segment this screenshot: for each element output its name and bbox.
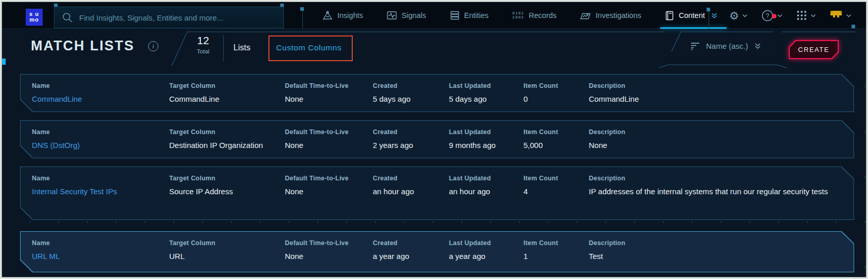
notification-dot [772, 14, 776, 18]
item-count-value: 1 [523, 251, 581, 261]
apps-grid-icon [796, 10, 807, 21]
nav-item-signals[interactable]: Signals [375, 2, 438, 29]
updated-value: 9 months ago [449, 140, 515, 150]
ttl-value: None [285, 94, 365, 104]
description-value: None [589, 140, 834, 150]
nav-label: Content [679, 11, 705, 20]
match-list-row[interactable]: Name Internal Security Test IPs Target C… [20, 166, 854, 220]
page-header: MATCH LISTS i 12 Total Lists Custom Colu… [2, 29, 866, 68]
divider [223, 35, 224, 62]
match-list-name-link[interactable]: URL ML [32, 251, 161, 261]
target-column-value: Destination IP Organization [169, 140, 277, 150]
target-column-value: CommandLine [169, 94, 277, 104]
column-label: Default Time-to-Live [285, 239, 365, 247]
column-label: Name [32, 239, 161, 247]
gear-icon: ⚙ [729, 10, 739, 21]
match-list-name-link[interactable]: DNS (DstOrg) [32, 140, 161, 150]
svg-text:?: ? [766, 12, 769, 20]
divider [302, 9, 303, 29]
cloud-siem-shell: s u mo Insights [2, 2, 866, 277]
nav-item-records[interactable]: 01011001 Records [500, 2, 568, 29]
page-title: MATCH LISTS [31, 38, 134, 54]
ttl-value: None [285, 187, 365, 196]
column-label: Target Column [169, 175, 277, 182]
nav-label: Records [529, 11, 556, 20]
match-list-name-link[interactable]: Internal Security Test IPs [32, 187, 161, 196]
nav-item-content[interactable]: Content [653, 2, 730, 29]
match-list-row[interactable]: Name URL ML Target Column URL Default Ti… [20, 231, 854, 272]
column-label: Target Column [169, 239, 277, 247]
column-label: Name [32, 82, 161, 89]
help-menu[interactable]: ? [761, 9, 783, 22]
nav-label: Insights [337, 11, 363, 20]
tab-custom-columns[interactable]: Custom Columns [276, 43, 341, 52]
column-label: Description [589, 175, 834, 182]
column-label: Created [373, 175, 441, 182]
created-value: 2 years ago [373, 140, 441, 150]
column-label: Created [373, 239, 441, 247]
column-label: Default Time-to-Live [285, 128, 365, 136]
column-label: Default Time-to-Live [285, 82, 365, 89]
column-label: Last Updated [449, 128, 515, 136]
column-label: Item Count [523, 239, 581, 247]
match-list-area: Name CommandLine Target Column CommandLi… [2, 68, 866, 277]
chevron-down-icon [846, 14, 852, 17]
sort-icon [690, 42, 700, 50]
updated-value: a year ago [449, 251, 515, 261]
investigations-icon [580, 11, 591, 20]
column-label: Default Time-to-Live [285, 175, 365, 182]
description-value: IP addresses of the internal systems tha… [589, 187, 834, 196]
user-avatar-icon [829, 10, 843, 21]
column-label: Last Updated [449, 175, 515, 182]
top-navigation-bar: s u mo Insights [2, 2, 866, 29]
nav-label: Entities [464, 11, 489, 20]
column-label: Item Count [523, 128, 581, 136]
total-count-value: 12 [188, 34, 218, 47]
logo-text-bottom: mo [26, 17, 43, 23]
description-value: CommandLine [589, 94, 834, 104]
column-label: Description [589, 82, 834, 89]
match-list-row[interactable]: Name DNS (DstOrg) Target Column Destinat… [20, 120, 854, 158]
nav-item-entities[interactable]: Entities [438, 2, 501, 29]
nav-item-insights[interactable]: Insights [311, 2, 375, 29]
tab-lists[interactable]: Lists [233, 43, 250, 52]
sumo-logic-logo[interactable]: s u mo [26, 9, 43, 26]
chevron-down-icon [810, 14, 816, 17]
column-label: Item Count [523, 82, 581, 89]
create-button[interactable]: CREATE [789, 40, 839, 59]
column-label: Name [32, 128, 161, 136]
sort-control[interactable]: Name (asc.) [690, 42, 762, 50]
ttl-value: None [285, 140, 365, 150]
search-input[interactable] [79, 13, 275, 22]
item-count-value: 4 [523, 187, 581, 196]
topbar-utilities: ⚙ ? [729, 2, 852, 29]
sort-label: Name (asc.) [706, 42, 748, 50]
corner-mark [300, 7, 304, 11]
column-label: Description [589, 239, 834, 247]
create-button-label: CREATE [790, 41, 838, 58]
target-column-value: Source IP Address [169, 187, 277, 196]
column-label: Item Count [523, 175, 581, 182]
apps-menu[interactable] [796, 10, 816, 21]
item-count-value: 0 [523, 94, 581, 104]
created-value: a year ago [373, 251, 441, 261]
user-menu[interactable] [829, 10, 852, 21]
corner-mark [852, 25, 855, 28]
updated-value: 5 days ago [449, 94, 515, 104]
match-list-row[interactable]: Name CommandLine Target Column CommandLi… [20, 74, 854, 112]
records-icon: 01011001 [512, 11, 524, 20]
chevron-double-down-icon [754, 43, 762, 50]
corner-mark [707, 8, 710, 11]
nav-item-investigations[interactable]: Investigations [568, 2, 653, 29]
updated-value: an hour ago [449, 187, 515, 196]
settings-menu[interactable]: ⚙ [729, 10, 748, 21]
chevron-double-down-icon [711, 12, 718, 19]
ttl-value: None [285, 251, 365, 261]
column-label: Last Updated [449, 82, 515, 89]
info-icon[interactable]: i [148, 41, 158, 51]
total-count-label: Total [188, 48, 218, 54]
column-label: Target Column [169, 82, 277, 89]
match-list-name-link[interactable]: CommandLine [32, 94, 161, 104]
column-label: Last Updated [449, 239, 515, 247]
chevron-down-icon [742, 14, 748, 17]
